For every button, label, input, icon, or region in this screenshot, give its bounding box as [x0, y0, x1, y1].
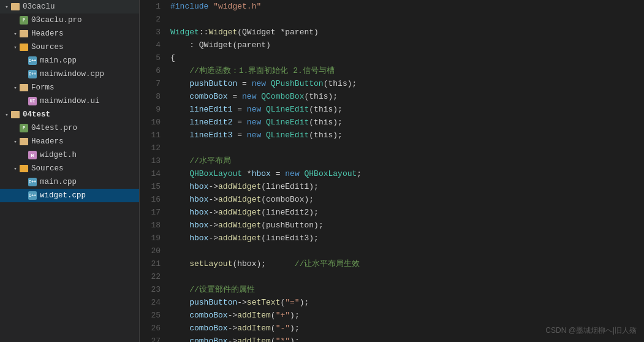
file-tree[interactable]: ▾03cacluP03caclu.pro▾Headers▾SourcesC++m… — [0, 0, 140, 342]
tree-item-04test-pro[interactable]: P04test.pro — [0, 121, 139, 135]
pro-file-icon: P — [20, 16, 28, 25]
code-token: QLineEdit — [266, 116, 309, 129]
code-token — [170, 335, 189, 342]
watermark: CSDN @墨城烟柳へ|旧人殇 — [545, 324, 637, 337]
code-line: pushButton->setText("="); — [170, 296, 644, 309]
line-number: 24 — [140, 296, 161, 309]
tree-item-main-cpp-2[interactable]: C++main.cpp — [0, 175, 139, 189]
tree-item-label: 04test — [23, 110, 50, 119]
code-token — [170, 193, 189, 206]
code-token: //设置部件的属性 — [170, 283, 255, 296]
code-token — [170, 219, 189, 232]
code-token: addWidget — [218, 206, 261, 219]
tree-item-label: Headers — [31, 29, 64, 38]
code-token: #include — [170, 0, 213, 13]
code-token: (lineEdit3); — [261, 232, 319, 245]
code-token: hbox — [189, 206, 208, 219]
tree-arrow: ▾ — [11, 165, 20, 172]
tree-item-main-cpp-1[interactable]: C++main.cpp — [0, 54, 139, 67]
code-token: "*" — [276, 335, 290, 342]
tree-item-mainwindow-ui[interactable]: UImainwindow.ui — [0, 94, 139, 108]
code-token — [170, 257, 189, 270]
tree-item-label: Forms — [31, 83, 55, 92]
line-number: 9 — [140, 103, 161, 116]
code-line: { — [170, 51, 644, 64]
code-token: "widget.h" — [213, 0, 261, 13]
code-line: #include "widget.h" — [170, 0, 644, 13]
tree-arrow: ▾ — [2, 112, 11, 118]
tree-arrow: ▾ — [11, 31, 20, 37]
code-token: QHBoxLayout — [189, 167, 242, 180]
code-token: new — [285, 167, 299, 180]
code-token: hbox — [252, 167, 271, 180]
tree-item-mainwindow-cpp[interactable]: C++mainwindow.cpp — [0, 67, 139, 81]
code-token: comboBox — [189, 309, 227, 322]
code-token: (this); — [304, 90, 338, 103]
code-content[interactable]: #include "widget.h" Widget::Widget(QWidg… — [165, 0, 644, 342]
tree-item-label: mainwindow.ui — [40, 97, 100, 105]
line-number: 3 — [140, 26, 161, 39]
code-token: Widget — [208, 26, 237, 39]
code-token — [261, 103, 266, 116]
tree-item-03caclu-folder[interactable]: ▾03caclu — [0, 0, 139, 13]
code-line: Widget::Widget(QWidget *parent) — [170, 26, 644, 39]
code-line: : QWidget(parent) — [170, 39, 644, 51]
code-line — [170, 270, 644, 283]
code-token: hbox — [189, 219, 208, 232]
code-token — [170, 206, 189, 219]
code-token — [170, 90, 189, 103]
code-token: (lineEdit2); — [261, 206, 319, 219]
code-token — [170, 167, 189, 180]
tree-item-forms-folder[interactable]: ▾Forms — [0, 81, 139, 94]
code-token: lineEdit2 — [189, 116, 232, 129]
tree-item-label: main.cpp — [40, 56, 77, 65]
line-number: 25 — [140, 309, 161, 322]
tree-arrow: ▾ — [2, 4, 11, 10]
code-token: QComboBox — [261, 90, 304, 103]
line-number: 26 — [140, 322, 161, 335]
tree-item-04test-folder[interactable]: ▾04test — [0, 108, 139, 121]
tree-item-sources-folder-2[interactable]: ▾Sources — [0, 162, 139, 175]
code-token — [170, 296, 189, 309]
code-line: hbox->addWidget(lineEdit2); — [170, 206, 644, 219]
code-token: -> — [228, 335, 238, 342]
tree-item-label: Sources — [31, 43, 64, 51]
tree-arrow: ▾ — [11, 139, 20, 145]
code-token: hbox — [189, 180, 208, 193]
code-token: new — [247, 116, 261, 129]
code-line — [170, 142, 644, 154]
code-token: -> — [228, 322, 238, 335]
code-token: ); — [290, 309, 300, 322]
code-token: ); — [300, 296, 309, 309]
code-token: "+" — [276, 309, 290, 322]
code-token: addItem — [237, 335, 271, 342]
line-number: 8 — [140, 90, 161, 103]
code-token — [300, 167, 305, 180]
code-token: addWidget — [218, 193, 261, 206]
tree-item-widget-h[interactable]: Hwidget.h — [0, 148, 139, 162]
tree-item-label: 03caclu.pro — [31, 16, 82, 25]
code-token: ( — [271, 322, 276, 335]
line-number: 18 — [140, 219, 161, 232]
code-line: QHBoxLayout *hbox = new QHBoxLayout; — [170, 167, 644, 180]
code-token: addWidget — [218, 232, 261, 245]
code-token: QPushButton — [271, 77, 324, 90]
cpp-file-icon: C++ — [28, 70, 37, 78]
code-editor: 1234567891011121314151617181920212223242… — [140, 0, 644, 342]
line-number: 20 — [140, 245, 161, 257]
code-token: addItem — [237, 309, 271, 322]
code-token — [170, 116, 189, 129]
tree-item-headers-folder-2[interactable]: ▾Headers — [0, 135, 139, 148]
code-token: = — [237, 77, 251, 90]
tree-item-sources-folder-1[interactable]: ▾Sources — [0, 40, 139, 54]
line-number: 6 — [140, 64, 161, 77]
tree-item-03caclu-pro[interactable]: P03caclu.pro — [0, 13, 139, 27]
tree-item-headers-folder[interactable]: ▾Headers — [0, 27, 139, 40]
tree-item-widget-cpp[interactable]: C++widget.cpp — [0, 189, 139, 202]
code-token: new — [242, 90, 256, 103]
code-token: (this); — [309, 129, 343, 142]
tree-item-label: widget.cpp — [40, 191, 86, 200]
code-line: //水平布局 — [170, 154, 644, 167]
code-token: lineEdit1 — [189, 103, 232, 116]
code-token: comboBox — [189, 322, 227, 335]
